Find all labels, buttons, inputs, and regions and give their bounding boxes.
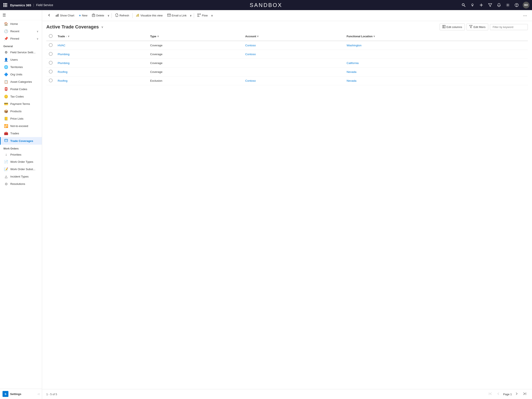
notifications-button[interactable] <box>496 2 502 8</box>
account-link-4[interactable]: Contoso <box>245 79 256 82</box>
sidebar-item-home[interactable]: 🏠 Home <box>0 20 42 28</box>
record-count: 1 - 5 of 5 <box>46 393 57 396</box>
row-checkbox-2[interactable] <box>49 61 53 65</box>
sidebar-item-incident-types[interactable]: △ Incident Types <box>0 173 42 180</box>
sidebar-item-tc-label: Trade Coverages <box>10 139 38 142</box>
filter-input[interactable] <box>490 24 528 30</box>
sidebar-item-postal-codes[interactable]: 📮 Postal Codes <box>0 85 42 93</box>
page-last-button[interactable] <box>521 392 528 397</box>
svg-point-30 <box>200 14 201 14</box>
back-button[interactable] <box>45 12 53 19</box>
sidebar-item-recent[interactable]: 🕐 Recent ∨ <box>0 28 42 35</box>
trade-link-0[interactable]: HVAC <box>58 44 65 47</box>
sidebar-item-users[interactable]: 👤 Users <box>0 56 42 63</box>
fl-link-4[interactable]: Nevada <box>347 79 356 82</box>
sidebar-item-priorities[interactable]: ↓ Priorities <box>0 151 42 158</box>
fl-link-3[interactable]: Nevada <box>347 70 356 73</box>
show-chart-button[interactable]: Show Chart <box>53 12 76 19</box>
sidebar-item-wot-label: Work Order Types <box>10 160 38 163</box>
email-link-label: Email a Link <box>172 14 187 17</box>
user-avatar[interactable]: BD <box>523 2 530 8</box>
refresh-button[interactable]: Refresh <box>113 12 131 19</box>
delete-icon <box>92 13 95 18</box>
create-button[interactable] <box>479 2 484 8</box>
fl-link-2[interactable]: California <box>347 61 359 65</box>
edit-columns-button[interactable]: Edit columns <box>440 24 465 30</box>
email-icon <box>167 14 171 17</box>
trade-link-4[interactable]: Roofing <box>58 79 68 82</box>
account-cell-4: Contoso <box>243 77 344 85</box>
edit-columns-icon <box>442 25 445 29</box>
account-link-1[interactable]: Contoso <box>245 53 256 56</box>
trade-link-2[interactable]: Plumbing <box>58 61 70 65</box>
email-link-button[interactable]: Email a Link <box>165 13 189 19</box>
lightbulb-button[interactable] <box>470 2 475 8</box>
trade-header-label: Trade <box>58 35 65 38</box>
toolbar-separator-2 <box>132 13 133 18</box>
help-button[interactable] <box>514 2 519 8</box>
trade-link-1[interactable]: Plumbing <box>58 53 70 56</box>
sidebar-item-resolutions[interactable]: ⊙ Resolutions <box>0 180 42 188</box>
svg-rect-19 <box>56 15 56 17</box>
sidebar-item-work-order-types[interactable]: 📄 Work Order Types <box>0 158 42 166</box>
type-cell-3: Coverage <box>147 68 243 77</box>
sidebar-item-trade-coverages[interactable]: Trade Coverages <box>0 137 42 145</box>
sidebar-item-not-to-exceed[interactable]: 🔁 Not-to-exceed <box>0 122 42 130</box>
row-checkbox-1[interactable] <box>49 52 53 56</box>
sidebar-item-field-service-settings[interactable]: ⚙ Field Service Setti... <box>0 49 42 56</box>
account-link-0[interactable]: Contoso <box>245 44 256 47</box>
select-all-checkbox[interactable] <box>49 34 53 38</box>
visualize-button[interactable]: Visualize this view <box>134 12 165 19</box>
email-dropdown-button[interactable]: ∨ <box>189 13 193 18</box>
delete-button[interactable]: Delete <box>90 12 106 19</box>
account-filter-icon: ∨ <box>257 35 259 38</box>
account-column-header[interactable]: Account ∨ <box>243 32 344 41</box>
sidebar-item-tax-codes[interactable]: 🪙 Tax Codes <box>0 93 42 100</box>
sidebar-item-price-lists[interactable]: 📒 Price Lists <box>0 115 42 122</box>
filter-button[interactable] <box>487 2 493 8</box>
waffle-menu-button[interactable] <box>2 2 8 8</box>
account-cell-3 <box>243 68 344 77</box>
sidebar: ☰ 🏠 Home 🕐 Recent ∨ 📌 Pinned ∨ General ⚙… <box>0 10 42 399</box>
settings-chevron-icon: ◁ <box>38 393 39 395</box>
sidebar-item-trades[interactable]: 🧰 Trades <box>0 130 42 137</box>
row-checkbox-0[interactable] <box>49 43 53 47</box>
flow-dropdown-button[interactable]: ∨ <box>210 13 214 18</box>
fl-link-0[interactable]: Washington <box>347 44 361 47</box>
sidebar-item-postal-label: Postal Codes <box>10 88 38 91</box>
sidebar-item-asset-categories[interactable]: 📋 Asset Categories <box>0 78 42 85</box>
row-checkbox-4[interactable] <box>49 78 53 82</box>
sidebar-item-territories[interactable]: 🌐 Territories <box>0 63 42 71</box>
wos-icon: 📝 <box>4 167 8 171</box>
new-button[interactable]: + New <box>77 13 89 19</box>
type-column-header[interactable]: Type ∨ <box>147 32 243 41</box>
page-prev-button[interactable] <box>495 392 501 397</box>
trade-column-header[interactable]: Trade ↑ ∨ <box>55 32 147 41</box>
sidebar-item-payment-terms[interactable]: 💳 Payment Terms <box>0 100 42 108</box>
sidebar-item-work-order-subst[interactable]: 📝 Work Order Subst... <box>0 166 42 173</box>
sidebar-item-org-units[interactable]: 🔷 Org Units <box>0 71 42 78</box>
view-title-chevron-icon[interactable]: ∨ <box>101 25 103 29</box>
trade-coverages-icon <box>4 139 8 143</box>
page-first-button[interactable] <box>487 392 494 397</box>
sidebar-item-products[interactable]: 📦 Products <box>0 108 42 115</box>
table-header-row: Trade ↑ ∨ Type ∨ <box>46 32 528 41</box>
sidebar-item-pinned[interactable]: 📌 Pinned ∨ <box>0 35 42 42</box>
svg-rect-18 <box>5 139 8 142</box>
flow-button[interactable]: Flow <box>195 12 210 19</box>
toolbar-more-button[interactable]: ⋯ <box>521 12 529 19</box>
search-button[interactable] <box>461 2 466 8</box>
page-next-button[interactable] <box>513 392 520 397</box>
settings-button[interactable] <box>505 2 511 8</box>
delete-dropdown-button[interactable]: ∨ <box>107 13 110 18</box>
edit-filters-button[interactable]: Edit filters <box>467 24 488 30</box>
functional-location-column-header[interactable]: Functional Location ∨ <box>344 32 528 41</box>
pricelists-icon: 📒 <box>4 117 8 121</box>
trade-link-3[interactable]: Roofing <box>58 70 68 73</box>
globe-icon: 🌐 <box>4 65 8 69</box>
settings-nav-item[interactable]: S Settings ◁ <box>0 389 42 399</box>
row-checkbox-3[interactable] <box>49 70 53 73</box>
hamburger-icon[interactable]: ☰ <box>2 13 6 18</box>
toolbar: Show Chart + New Delete ∨ Refresh <box>42 10 532 21</box>
view-header: Active Trade Coverages ∨ Edit columns Ed… <box>42 21 532 32</box>
